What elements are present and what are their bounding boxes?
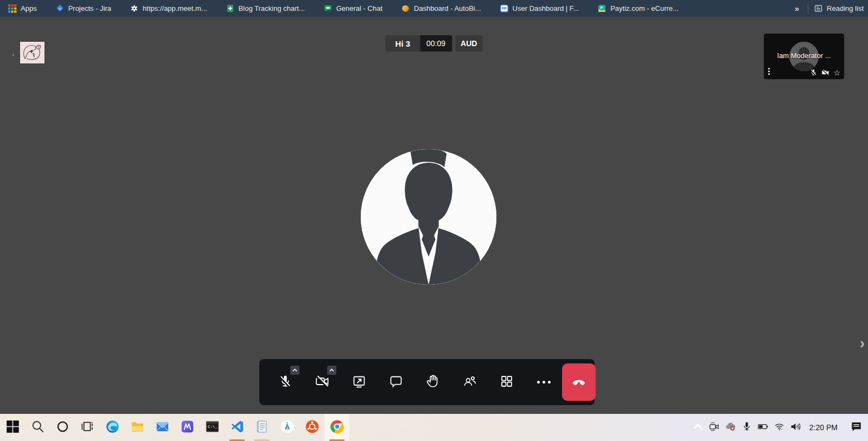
tile-view-icon <box>499 374 514 391</box>
m-app-button[interactable] <box>175 414 200 441</box>
participants-icon <box>462 374 477 391</box>
action-center-icon <box>850 420 863 435</box>
paytiz-icon: P <box>597 4 607 13</box>
volume-button[interactable] <box>788 414 804 441</box>
microphone-tray-icon <box>741 421 752 434</box>
tray-expand-button[interactable] <box>690 414 706 441</box>
wifi-button[interactable] <box>771 414 788 441</box>
bookmark-item[interactable]: PPaytiz.com - eCurre... <box>597 4 679 13</box>
battery-button[interactable] <box>755 414 771 441</box>
chevron-up-icon[interactable] <box>290 366 299 375</box>
task-view-icon <box>80 419 95 436</box>
meeting-stage: Hi 3 00:09 AUD Iam Moderator ... ☆ › <box>0 17 868 414</box>
remote-participant-name: Iam Moderator ... <box>764 52 844 60</box>
tray-microphone-button[interactable] <box>739 414 755 441</box>
flexed-arm-logo-icon <box>21 42 44 63</box>
fp-icon: FP <box>500 4 509 13</box>
bookmarks-list: AppsProjects - Jirahttps://app.meet.m...… <box>8 4 792 13</box>
chevron-up-icon <box>692 421 704 434</box>
svg-text:P: P <box>601 6 603 10</box>
notepad-icon <box>255 419 270 436</box>
camera-muted-icon <box>315 374 330 391</box>
search-button[interactable] <box>25 414 50 441</box>
onedrive-error-icon <box>725 421 736 434</box>
android-studio-button[interactable] <box>275 414 299 441</box>
onedrive-button[interactable] <box>723 414 739 441</box>
decorative-dot <box>12 54 14 56</box>
screen-share-button[interactable] <box>341 359 378 405</box>
bookmark-label: User Dashboard | F... <box>513 4 579 12</box>
raise-hand-icon <box>425 374 441 391</box>
file-explorer-icon <box>130 419 145 436</box>
cortana-button[interactable] <box>50 414 75 441</box>
task-view-button[interactable] <box>75 414 100 441</box>
google-chat-icon <box>323 4 333 13</box>
terminal-icon: C:\_ <box>205 419 220 436</box>
taskbar-clock[interactable]: 2:20 PM <box>806 423 843 432</box>
svg-text:C:\_: C:\_ <box>208 425 218 429</box>
bookmark-label: Apps <box>21 4 37 12</box>
microphone-button[interactable] <box>267 359 304 405</box>
chat-button[interactable] <box>378 359 414 405</box>
chevron-up-icon[interactable] <box>327 366 336 375</box>
apps-grid-icon <box>8 4 17 13</box>
bookmark-item[interactable]: https://app.meet.m... <box>130 4 207 13</box>
action-center-button[interactable] <box>845 414 867 441</box>
raise-hand-button[interactable] <box>414 359 451 405</box>
dominant-speaker-avatar <box>361 149 496 285</box>
reading-list-icon <box>814 4 823 13</box>
meeting-toolbar <box>259 359 595 405</box>
speaker-icon <box>790 421 801 434</box>
camera-button[interactable] <box>304 359 341 405</box>
brand-watermark-logo[interactable] <box>20 41 45 64</box>
bookmark-label: Dashboard - AutoBi... <box>414 4 481 12</box>
mic-muted-small-icon <box>809 68 818 76</box>
search-icon <box>30 419 45 436</box>
reading-list-label: Reading list <box>827 4 864 12</box>
windows-taskbar: C:\_ 2:20 PM <box>0 414 868 441</box>
m-app-icon <box>180 419 195 436</box>
bookmark-item[interactable]: FPUser Dashboard | F... <box>500 4 579 13</box>
remote-participant-thumbnail[interactable]: Iam Moderator ... ☆ <box>764 34 844 79</box>
meet-now-button[interactable] <box>706 414 723 441</box>
file-explorer-button[interactable] <box>125 414 150 441</box>
bookmark-item[interactable]: Dashboard - AutoBi... <box>401 4 481 13</box>
chrome-button[interactable] <box>324 414 349 441</box>
ubuntu-button[interactable] <box>299 414 324 441</box>
ubuntu-icon <box>305 419 320 436</box>
more-actions-button[interactable] <box>525 359 562 405</box>
audio-mode-badge: AUD <box>455 35 482 52</box>
terminal-button[interactable]: C:\_ <box>200 414 225 441</box>
vscode-icon <box>230 419 245 436</box>
mic-muted-icon <box>278 374 293 391</box>
screen-share-icon <box>352 374 367 391</box>
hangup-button[interactable] <box>562 363 596 401</box>
tile-view-button[interactable] <box>488 359 525 405</box>
pin-star-icon[interactable]: ☆ <box>833 69 840 76</box>
bookmarks-bar: AppsProjects - Jirahttps://app.meet.m...… <box>0 0 868 17</box>
bookmark-label: https://app.meet.m... <box>143 4 207 12</box>
more-dots-icon <box>537 381 551 384</box>
bookmark-label: General - Chat <box>336 4 382 12</box>
start-button[interactable] <box>0 414 25 441</box>
notepad-button[interactable] <box>250 414 275 441</box>
wifi-icon <box>774 421 785 434</box>
bookmark-item[interactable]: Apps <box>8 4 37 13</box>
filmstrip-toggle-chevron[interactable]: › <box>860 336 865 351</box>
edge-button[interactable] <box>100 414 125 441</box>
mail-button[interactable] <box>150 414 175 441</box>
battery-icon <box>757 421 769 434</box>
reading-list-button[interactable]: Reading list <box>814 4 864 13</box>
bookmarks-overflow-chevron[interactable]: » <box>792 4 802 13</box>
svg-text:FP: FP <box>502 7 507 11</box>
bookmark-item[interactable]: Blog Tracking chart... <box>226 4 305 13</box>
vscode-button[interactable] <box>225 414 250 441</box>
bookmark-item[interactable]: Projects - Jira <box>55 4 111 13</box>
taskbar-apps: C:\_ <box>0 414 349 441</box>
participants-button[interactable] <box>451 359 488 405</box>
jira-icon <box>55 4 65 13</box>
bookmark-item[interactable]: General - Chat <box>323 4 382 13</box>
meeting-timer: 00:09 <box>420 35 452 52</box>
thumbnail-menu-button[interactable] <box>768 67 770 76</box>
person-silhouette-icon <box>361 149 496 285</box>
